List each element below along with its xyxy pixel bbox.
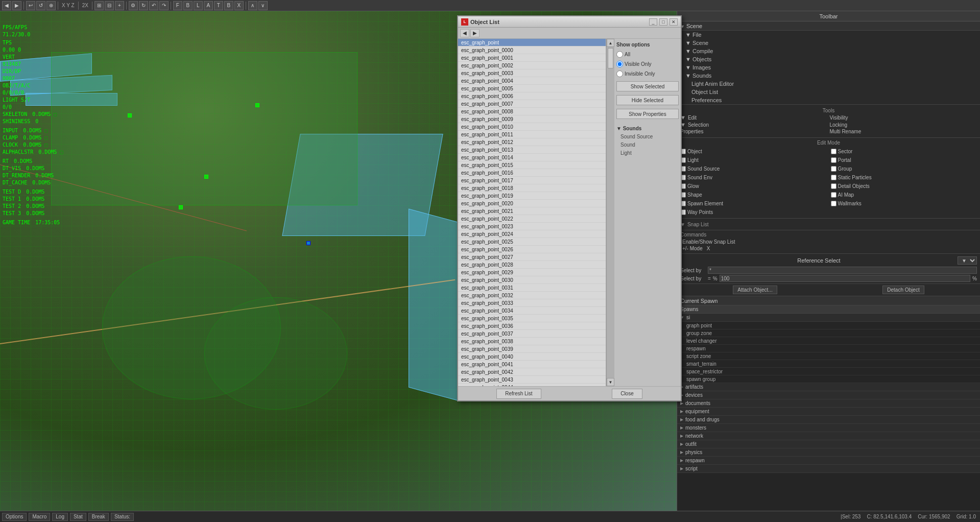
ol-item-17[interactable]: esc_graph_point_0016 — [458, 169, 606, 177]
spawn-item-group-zone[interactable]: group zone — [677, 329, 980, 337]
tools-properties[interactable]: Properties — [680, 129, 828, 134]
ol-item-10[interactable]: esc_graph_point_0009 — [458, 115, 606, 123]
spawn-group-header-equipment[interactable]: ▶ equipment — [677, 408, 980, 416]
dialog-close-btn[interactable]: ✕ — [670, 18, 678, 26]
select-by-input-1[interactable] — [708, 267, 977, 274]
break-btn[interactable]: Break — [88, 513, 109, 521]
spawn-group-header-devices[interactable]: ▶ devices — [677, 391, 980, 399]
options-btn[interactable]: Options — [2, 513, 27, 521]
ol-item-21[interactable]: esc_graph_point_0020 — [458, 200, 606, 207]
redo-btn[interactable]: ▶ — [12, 1, 21, 10]
down-btn[interactable]: ∨ — [258, 1, 268, 10]
spawn-item-smart-terrain[interactable]: smart_terrain — [677, 360, 980, 368]
spawn-item-graph-point[interactable]: graph point — [677, 322, 980, 329]
ol-item-13[interactable]: esc_graph_point_0012 — [458, 138, 606, 146]
ol-item-39[interactable]: esc_graph_point_0038 — [458, 338, 606, 345]
close-dialog-btn[interactable]: Close — [612, 389, 642, 399]
ol-item-24[interactable]: esc_graph_point_0023 — [458, 223, 606, 230]
ol-toolbar-fwd[interactable]: ▶ — [470, 29, 480, 37]
ol-toolbar-back[interactable]: ◀ — [460, 29, 469, 37]
ol-item-16[interactable]: esc_graph_point_0015 — [458, 161, 606, 169]
f-btn[interactable]: F — [173, 1, 182, 10]
ol-item-20[interactable]: esc_graph_point_0019 — [458, 192, 606, 200]
spawn-group-header-monsters[interactable]: ▶ monsters — [677, 424, 980, 432]
ol-item-23[interactable]: esc_graph_point_0022 — [458, 215, 606, 223]
rotate-btn[interactable]: ↻ — [139, 1, 148, 10]
ol-item-44[interactable]: esc_graph_point_0043 — [458, 376, 606, 384]
ol-item-33[interactable]: esc_graph_point_0032 — [458, 292, 606, 299]
undo-btn[interactable]: ◀ — [2, 1, 11, 10]
spawn-group-header-script[interactable]: ▶ script — [677, 465, 980, 473]
b-btn[interactable]: B — [183, 1, 193, 10]
cb-portal-input[interactable] — [831, 157, 836, 163]
ol-item-12[interactable]: esc_graph_point_0011 — [458, 131, 606, 138]
ol-item-35[interactable]: esc_graph_point_0034 — [458, 307, 606, 315]
sb-arrow-down[interactable]: ▼ — [607, 378, 614, 386]
spawn-group-header-physics[interactable]: ▶ physics — [677, 448, 980, 457]
menu-file[interactable]: ▼ File — [677, 31, 980, 39]
ol-item-34[interactable]: esc_graph_point_0033 — [458, 299, 606, 307]
ol-item-1[interactable]: esc_graph_point_0000 — [458, 46, 606, 54]
ol-item-19[interactable]: esc_graph_point_0018 — [458, 184, 606, 192]
cb-static-particles-input[interactable] — [831, 175, 836, 180]
menu-preferences[interactable]: Preferences — [677, 96, 980, 104]
tools-visibility[interactable]: Visibility — [830, 114, 977, 121]
macro-btn[interactable]: Macro — [29, 513, 50, 521]
ol-item-45[interactable]: esc_graph_point_0044 — [458, 384, 606, 386]
cb-sector-input[interactable] — [831, 149, 836, 154]
new-btn[interactable]: ↩ — [26, 1, 35, 10]
x-btn[interactable]: X — [234, 1, 244, 10]
sound-source-item[interactable]: Sound Source — [616, 132, 679, 140]
spawn-item-space-restrictor[interactable]: space_restrictor — [677, 368, 980, 375]
log-btn[interactable]: Log — [52, 513, 68, 521]
ol-item-30[interactable]: esc_graph_point_0029 — [458, 269, 606, 276]
menu-object-list[interactable]: Object List — [677, 88, 980, 96]
detach-object-btn[interactable]: Detach Object — [882, 286, 924, 294]
menu-sounds[interactable]: ▼ Sounds — [677, 72, 980, 80]
radio-visible-input[interactable] — [616, 61, 623, 67]
spawn-item-respawn[interactable]: respawn — [677, 345, 980, 352]
ol-item-5[interactable]: esc_graph_point_0004 — [458, 77, 606, 85]
menu-objects[interactable]: ▼ Objects — [677, 55, 980, 63]
snap-btn[interactable]: ⊞ — [94, 1, 104, 10]
add-btn[interactable]: + — [115, 1, 124, 10]
rotate-left-btn[interactable]: ↶ — [149, 1, 158, 10]
rotate-right-btn[interactable]: ↷ — [159, 1, 169, 10]
sb-thumb[interactable] — [608, 48, 613, 68]
spawn-group-header-outfit[interactable]: ▶ outfit — [677, 440, 980, 448]
cb-group-input[interactable] — [831, 166, 836, 172]
sb-track[interactable] — [607, 47, 614, 378]
object-list-items[interactable]: esc_graph_pointesc_graph_point_0000esc_g… — [458, 39, 606, 386]
ol-item-0[interactable]: esc_graph_point — [458, 39, 606, 46]
spawn-group-header-artifacts[interactable]: ▶ artifacts — [677, 383, 980, 391]
ol-item-11[interactable]: esc_graph_point_0010 — [458, 123, 606, 131]
l-btn[interactable]: L — [194, 1, 203, 10]
ol-item-15[interactable]: esc_graph_point_0014 — [458, 154, 606, 161]
ol-item-28[interactable]: esc_graph_point_0027 — [458, 253, 606, 261]
dialog-maximize-btn[interactable]: □ — [659, 18, 667, 26]
ol-item-38[interactable]: esc_graph_point_0037 — [458, 330, 606, 338]
light-item[interactable]: Light — [616, 149, 679, 157]
stat-btn[interactable]: Stat — [70, 513, 86, 521]
spawn-group-header-si[interactable]: ▼ si — [677, 314, 980, 322]
ol-item-7[interactable]: esc_graph_point_0006 — [458, 92, 606, 100]
menu-light-anim[interactable]: Light Anim Editor — [677, 80, 980, 88]
save-btn[interactable]: ⊕ — [46, 1, 56, 10]
ol-item-4[interactable]: esc_graph_point_0003 — [458, 69, 606, 77]
settings-btn[interactable]: ⚙ — [129, 1, 138, 10]
attach-object-btn[interactable]: Attach Object... — [733, 286, 777, 294]
b2-btn[interactable]: B — [224, 1, 233, 10]
spawn-group-header-network[interactable]: ▶ network — [677, 432, 980, 440]
ol-item-2[interactable]: esc_graph_point_0001 — [458, 54, 606, 62]
ol-item-32[interactable]: esc_graph_point_0031 — [458, 284, 606, 292]
unsnap-btn[interactable]: ⊟ — [105, 1, 114, 10]
cb-wallmarks-input[interactable] — [831, 201, 836, 206]
cb-ai-map-input[interactable] — [831, 192, 836, 198]
ol-item-18[interactable]: esc_graph_point_0017 — [458, 177, 606, 184]
ol-item-9[interactable]: esc_graph_point_0008 — [458, 108, 606, 115]
radio-invisible-input[interactable] — [616, 70, 623, 77]
select-by-pct-input[interactable] — [720, 275, 970, 282]
ref-select-dropdown[interactable]: ▼ — [958, 256, 977, 265]
ol-item-27[interactable]: esc_graph_point_0026 — [458, 246, 606, 253]
ol-item-26[interactable]: esc_graph_point_0025 — [458, 238, 606, 246]
